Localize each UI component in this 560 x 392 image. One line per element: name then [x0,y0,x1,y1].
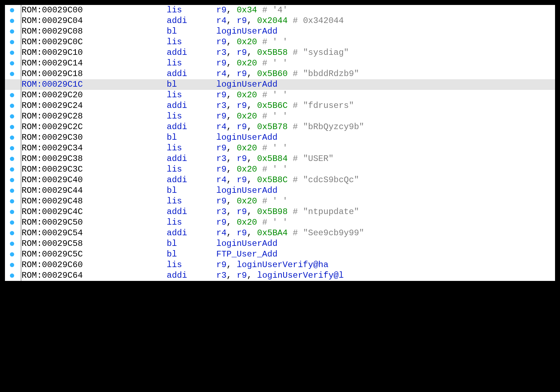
disasm-row[interactable]: ROM:00029C48lisr9, 0x20 # ' ' [5,196,555,207]
token-sym[interactable]: loginUserAdd [216,186,278,195]
disasm-row[interactable]: ROM:00029C0Clisr9, 0x20 # ' ' [5,37,555,47]
gutter[interactable] [5,178,21,182]
address[interactable]: ROM:00029C0C [22,37,167,47]
breakpoint-icon[interactable] [10,19,14,23]
operands[interactable]: r3, r9, loginUserVerify@l [216,270,344,281]
address[interactable]: ROM:00029C5C [22,249,167,260]
address[interactable]: ROM:00029C04 [22,16,167,26]
disasm-row[interactable]: ROM:00029C2Caddir4, r9, 0x5B78 # "bRbQyz… [5,122,555,132]
operands[interactable]: r3, r9, 0x5B98 # "ntpupdate" [216,207,359,217]
breakpoint-icon[interactable] [10,189,14,193]
address[interactable]: ROM:00029C20 [22,90,167,100]
operands[interactable]: loginUserAdd [216,26,278,37]
mnemonic[interactable]: lis [167,217,216,228]
breakpoint-icon[interactable] [10,61,14,65]
disasm-row[interactable]: ROM:00029C34lisr9, 0x20 # ' ' [5,143,555,154]
operands[interactable]: r4, r9, 0x2044 # 0x342044 [216,16,344,26]
breakpoint-icon[interactable] [10,114,14,119]
operands[interactable]: loginUserAdd [216,238,278,249]
address[interactable]: ROM:00029C28 [22,111,167,122]
address[interactable]: ROM:00029C14 [22,58,167,69]
breakpoint-icon[interactable] [10,72,14,76]
breakpoint-icon[interactable] [10,125,14,129]
breakpoint-icon[interactable] [10,29,14,34]
gutter[interactable] [5,231,21,235]
address[interactable]: ROM:00029C24 [22,100,167,111]
operands[interactable]: FTP_User_Add [216,249,278,260]
address[interactable]: ROM:00029C40 [22,175,167,185]
token-sym[interactable]: loginUserVerify [237,260,313,270]
gutter[interactable] [5,29,21,34]
mnemonic[interactable]: addi [167,175,216,185]
disasm-row[interactable]: ROM:00029C58blloginUserAdd [5,238,555,249]
breakpoint-icon[interactable] [10,231,14,235]
breakpoint-icon[interactable] [10,167,14,172]
breakpoint-icon[interactable] [10,104,14,108]
breakpoint-icon[interactable] [10,220,14,225]
disasm-row[interactable]: ROM:00029C00lisr9, 0x34 # '4' [5,5,555,16]
breakpoint-icon[interactable] [10,146,14,150]
operands[interactable]: r3, r9, 0x5B58 # "sysdiag" [216,47,349,58]
operands[interactable]: r9, 0x20 # ' ' [216,111,288,122]
breakpoint-icon[interactable] [10,199,14,203]
token-sym[interactable]: loginUserVerify [257,271,333,280]
address[interactable]: ROM:00029C30 [22,132,167,143]
breakpoint-icon[interactable] [10,51,14,55]
breakpoint-icon[interactable] [10,210,14,214]
disasm-row[interactable]: ROM:00029C24addir3, r9, 0x5B6C # "fdruse… [5,100,555,111]
mnemonic[interactable]: bl [167,26,216,37]
address[interactable]: ROM:00029C00 [22,5,167,16]
disasm-row[interactable]: ROM:00029C04addir4, r9, 0x2044 # 0x34204… [5,16,555,26]
disasm-row[interactable]: ROM:00029C08blloginUserAdd [5,26,555,37]
address[interactable]: ROM:00029C64 [22,270,167,281]
address[interactable]: ROM:00029C38 [22,154,167,164]
mnemonic[interactable]: lis [167,164,216,175]
breakpoint-icon[interactable] [10,273,14,278]
disasm-row[interactable]: ROM:00029C4Caddir3, r9, 0x5B98 # "ntpupd… [5,207,555,217]
disasm-row[interactable]: ROM:00029C60lisr9, loginUserVerify@ha [5,260,555,270]
mnemonic[interactable]: lis [167,196,216,207]
gutter[interactable] [5,167,21,172]
disasm-row[interactable]: ROM:00029C50lisr9, 0x20 # ' ' [5,217,555,228]
mnemonic[interactable]: addi [167,122,216,132]
address[interactable]: ROM:00029C18 [22,69,167,79]
breakpoint-icon[interactable] [10,93,14,97]
mnemonic[interactable]: bl [167,249,216,260]
disasm-row[interactable]: ROM:00029C1CblloginUserAdd [5,79,555,90]
breakpoint-icon[interactable] [10,178,14,182]
gutter[interactable] [5,61,21,65]
gutter[interactable] [5,273,21,278]
gutter[interactable] [5,263,21,267]
token-sym[interactable]: loginUserAdd [216,80,278,89]
disasm-row[interactable]: ROM:00029C3Clisr9, 0x20 # ' ' [5,164,555,175]
token-sym[interactable]: loginUserAdd [216,133,278,142]
mnemonic[interactable]: lis [167,143,216,154]
token-sym[interactable]: loginUserAdd [216,239,278,248]
token-sym[interactable]: FTP_User_Add [216,249,278,259]
mnemonic[interactable]: addi [167,207,216,217]
disasm-row[interactable]: ROM:00029C5CblFTP_User_Add [5,249,555,260]
gutter[interactable] [5,210,21,214]
operands[interactable]: r9, loginUserVerify@ha [216,260,328,270]
disasm-row[interactable]: ROM:00029C40addir4, r9, 0x5B8C # "cdcS9b… [5,175,555,185]
mnemonic[interactable]: lis [167,90,216,100]
operands[interactable]: r3, r9, 0x5B6C # "fdrusers" [216,100,354,111]
operands[interactable]: r9, 0x20 # ' ' [216,58,288,69]
mnemonic[interactable]: bl [167,238,216,249]
mnemonic[interactable]: bl [167,79,216,90]
operands[interactable]: r9, 0x20 # ' ' [216,217,288,228]
operands[interactable]: r4, r9, 0x5B8C # "cdcS9bcQc" [216,175,359,185]
gutter[interactable] [5,189,21,193]
breakpoint-icon[interactable] [10,136,14,140]
operands[interactable]: r9, 0x20 # ' ' [216,143,288,154]
operands[interactable]: r9, 0x34 # '4' [216,5,288,16]
operands[interactable]: r9, 0x20 # ' ' [216,164,288,175]
operands[interactable]: r3, r9, 0x5B84 # "USER" [216,154,333,164]
gutter[interactable] [5,19,21,23]
gutter[interactable] [5,242,21,246]
mnemonic[interactable]: lis [167,260,216,270]
address[interactable]: ROM:00029C10 [22,47,167,58]
address[interactable]: ROM:00029C48 [22,196,167,207]
operands[interactable]: loginUserAdd [216,79,278,90]
address[interactable]: ROM:00029C08 [22,26,167,37]
